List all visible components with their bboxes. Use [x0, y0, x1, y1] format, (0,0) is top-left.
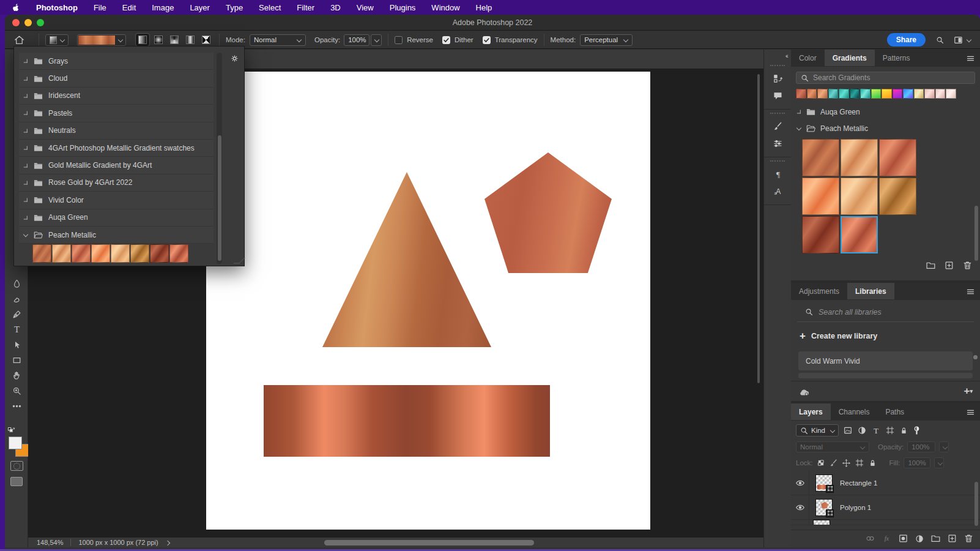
dock-character-icon[interactable]: Aa	[764, 182, 792, 200]
picker-gradient-swatch-5[interactable]	[111, 244, 130, 263]
menu-item-window[interactable]: Window	[431, 3, 459, 12]
picker-gradient-swatch-2[interactable]	[52, 244, 71, 263]
home-screen-button[interactable]	[13, 34, 25, 46]
picker-gradient-swatch-8[interactable]	[169, 244, 188, 263]
document-info[interactable]: 1000 px x 1000 px (72 ppi)	[78, 539, 158, 546]
menu-item-select[interactable]: Select	[259, 3, 281, 12]
lock-position-icon[interactable]	[842, 459, 851, 468]
gradient-swatch-1[interactable]	[796, 89, 806, 99]
filter-toggle-icon[interactable]	[913, 425, 921, 436]
layers-tab-paths[interactable]: Paths	[877, 403, 912, 420]
layer-visibility-toggle[interactable]	[791, 495, 809, 519]
transparency-checkbox[interactable]	[483, 36, 491, 44]
layers-tab-layers[interactable]: Layers	[791, 403, 831, 420]
gradient-swatch-2[interactable]	[807, 89, 817, 99]
gradient-swatch-8[interactable]	[871, 89, 882, 99]
workspace-switcher-icon[interactable]	[953, 35, 963, 45]
picker-resize-handle[interactable]	[233, 258, 245, 264]
layer-thumbnail[interactable]	[815, 499, 833, 516]
new-adjustment-layer-button[interactable]	[915, 534, 924, 544]
add-content-button[interactable]: +▾	[964, 385, 973, 397]
menu-item-type[interactable]: Type	[226, 3, 243, 12]
gradient-swatch-7[interactable]	[860, 89, 870, 99]
artboard[interactable]	[206, 72, 650, 530]
menu-item-file[interactable]: File	[94, 3, 106, 12]
picker-folder-neutrals[interactable]: Neutrals	[19, 122, 213, 140]
gradient-swatch-5[interactable]	[839, 89, 849, 99]
panel-menu-icon[interactable]	[966, 287, 975, 296]
peach-gradient-tile-2[interactable]	[841, 139, 878, 176]
reverse-checkbox[interactable]	[395, 36, 403, 44]
zoom-tool[interactable]	[5, 383, 28, 399]
mode-dropdown[interactable]: Normal	[250, 34, 306, 46]
library-item[interactable]: Cold Warm Vivid	[798, 351, 973, 370]
peach-gradient-tile-6[interactable]	[879, 178, 916, 215]
dither-checkbox[interactable]	[442, 36, 450, 44]
layers-scrollbar[interactable]	[974, 482, 978, 526]
filter-type-layers-icon[interactable]: T	[871, 425, 881, 435]
menu-item-filter[interactable]: Filter	[297, 3, 314, 12]
triangle-shape[interactable]	[322, 172, 491, 347]
libraries-tab-adjustments[interactable]: Adjustments	[791, 283, 847, 299]
angle-gradient-button[interactable]	[168, 34, 181, 46]
fill-field[interactable]: 100%	[904, 457, 930, 468]
minimize-window-button[interactable]	[24, 19, 32, 26]
picker-folder-auqa-green[interactable]: Auqa Green	[19, 209, 213, 227]
layer-row[interactable]: Polygon 1	[791, 495, 980, 520]
peach-gradient-tile-1[interactable]	[802, 139, 839, 176]
peach-gradient-tile-7[interactable]	[802, 216, 839, 253]
dock-paragraph-icon[interactable]: ¶	[764, 165, 792, 182]
zoom-window-button[interactable]	[37, 19, 44, 26]
picker-folder-gold-metallic-gradient-by-4gart[interactable]: Gold Metallic Gradient by 4GArt	[19, 157, 213, 174]
more-tools[interactable]	[5, 399, 28, 414]
new-gradient-button[interactable]	[944, 260, 954, 271]
gradient-swatch-10[interactable]	[893, 89, 903, 99]
new-layer-button[interactable]	[947, 533, 957, 544]
lock-artboard-icon[interactable]	[855, 458, 864, 468]
dock-comments-icon[interactable]	[764, 87, 792, 104]
gradient-swatch-3[interactable]	[817, 89, 828, 99]
blend-mode-dropdown[interactable]: Normal	[796, 441, 869, 452]
rectangle-tool[interactable]	[5, 353, 28, 368]
picker-folder-pastels[interactable]: Pastels	[19, 105, 213, 122]
pen-tool[interactable]	[5, 307, 28, 322]
opacity-dropdown-button[interactable]	[371, 34, 382, 46]
reflected-gradient-button[interactable]	[184, 34, 197, 46]
layer-effects-button[interactable]: fx	[882, 533, 892, 544]
gradient-preview-picker[interactable]	[77, 34, 126, 46]
smudge-tool[interactable]	[5, 291, 28, 307]
gradient-swatch-14[interactable]	[935, 89, 946, 99]
delete-layer-button[interactable]	[963, 533, 974, 544]
picker-folder-iridescent[interactable]: Iridescent	[19, 88, 213, 105]
filter-shape-layers-icon[interactable]	[885, 425, 895, 435]
foreground-color-chip[interactable]	[9, 437, 22, 449]
layer-thumbnail[interactable]	[815, 474, 833, 492]
filter-smart-objects-icon[interactable]	[899, 426, 908, 435]
peach-gradient-tile-4[interactable]	[802, 178, 839, 215]
layer-visibility-toggle[interactable]	[791, 471, 809, 495]
picker-gradient-swatch-7[interactable]	[150, 244, 169, 263]
gradient-folder-peach-metallic[interactable]: Peach Metallic	[791, 120, 980, 137]
picker-folder-cloud[interactable]: Cloud	[19, 70, 213, 87]
gradient-swatch-11[interactable]	[903, 89, 913, 99]
cloud-sync-icon[interactable]	[798, 387, 810, 396]
picker-folder-rose-gold-by-4gart-2022[interactable]: Rose Gold by 4GArt 2022	[19, 174, 213, 192]
gradient-swatch-15[interactable]	[946, 89, 956, 99]
quick-mask-button[interactable]	[10, 461, 23, 471]
dock-history-icon[interactable]	[764, 70, 792, 87]
status-chevron-icon[interactable]	[166, 541, 170, 545]
gradient-swatch-12[interactable]	[914, 89, 924, 99]
peach-gradient-tile-8[interactable]	[841, 216, 878, 253]
menu-item-edit[interactable]: Edit	[122, 3, 136, 12]
new-group-button[interactable]	[926, 260, 936, 271]
libraries-scrollbar[interactable]	[973, 355, 978, 359]
picker-gradient-swatch-1[interactable]	[32, 244, 51, 263]
search-icon[interactable]	[935, 36, 945, 45]
picker-gradient-swatch-6[interactable]	[130, 244, 149, 263]
peach-gradient-tile-3[interactable]	[879, 139, 916, 176]
libraries-search-input[interactable]: Search all libraries	[797, 300, 974, 322]
gradient-swatch-4[interactable]	[828, 89, 839, 99]
path-select-tool[interactable]	[5, 337, 28, 353]
menu-item-layer[interactable]: Layer	[190, 3, 210, 12]
gradients-search-input[interactable]: Search Gradients	[796, 72, 975, 84]
